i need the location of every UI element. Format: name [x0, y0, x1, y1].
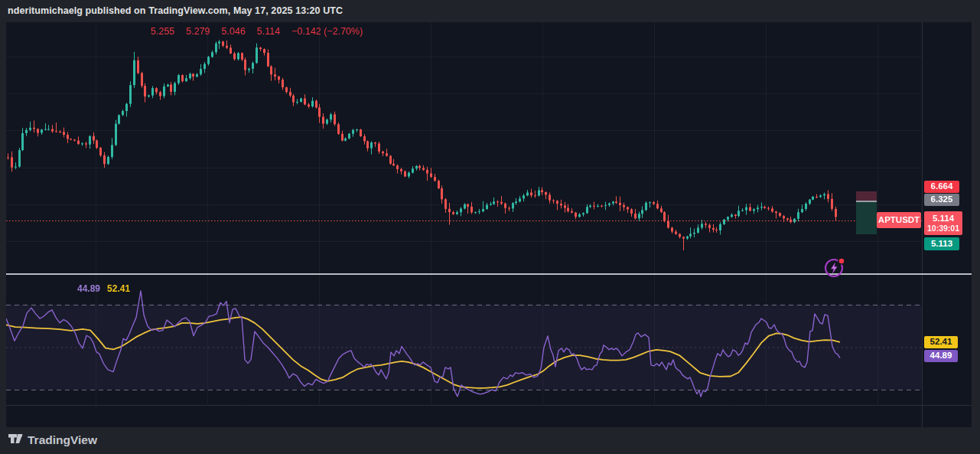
attribution-bar: nderitumichaelg published on TradingView… [0, 0, 980, 22]
tradingview-brand-text[interactable]: TradingView [28, 433, 97, 447]
ohlc-low: 5.046 [222, 26, 246, 37]
alert-mid-price-badge: 6.325 [924, 194, 959, 206]
ohlc-high: 5.279 [186, 26, 210, 37]
flash-ideas-icon[interactable] [824, 256, 847, 278]
tradingview-snapshot-page: nderitumichaelg published on TradingView… [0, 0, 980, 454]
tradingview-logo-icon[interactable] [8, 433, 25, 447]
rsi-axis-badge: 44.89 [924, 350, 958, 362]
position-tool-stop-box [856, 191, 877, 201]
chart-canvas[interactable] [6, 22, 972, 427]
last-price-value: 5.114 [933, 214, 954, 224]
rsi-ma-axis-badge: 52.41 [924, 336, 958, 348]
chart-widget [6, 22, 972, 427]
ohlc-row: 5.2555.2795.0465.114−0.142 (−2.70%) [151, 26, 374, 37]
attribution-text: nderitumichaelg published on TradingView… [8, 5, 343, 16]
bid-price-badge: 5.113 [924, 237, 959, 250]
ohlc-change: −0.142 (−2.70%) [291, 26, 363, 37]
position-tool-profit-box [856, 202, 877, 234]
footer-bar: TradingView [0, 427, 980, 454]
symbol-tag: APTUSDT [877, 212, 921, 228]
ohlc-close: 5.114 [257, 26, 280, 37]
alert-price-badge: 6.664 [924, 181, 959, 193]
bar-countdown: 10:39:01 [927, 224, 959, 233]
notification-dot [838, 258, 845, 264]
rsi-ma-value-label: 52.41 [107, 283, 130, 294]
last-price-badge: 5.114 10:39:01 [924, 211, 962, 235]
ohlc-open: 5.255 [151, 26, 174, 37]
rsi-inline-values: 44.8952.41 [77, 283, 130, 294]
rsi-value-label: 44.89 [77, 283, 100, 294]
